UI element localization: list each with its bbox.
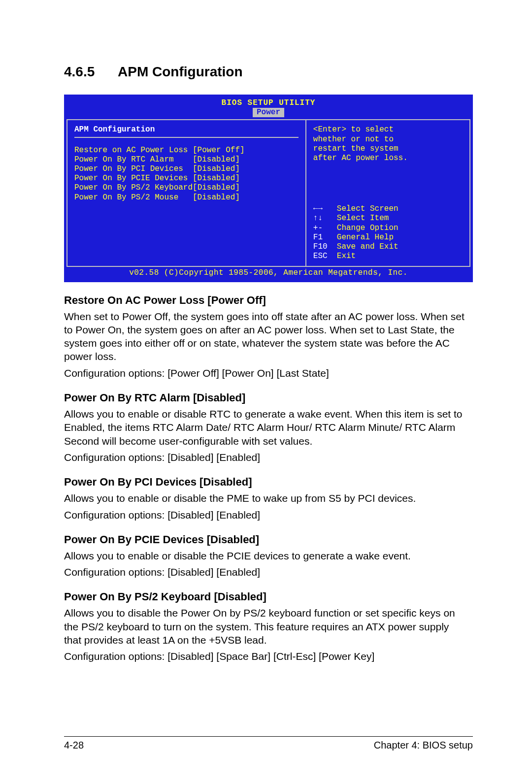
bios-active-tab[interactable]: Power (253, 108, 284, 117)
bios-option-value: [Disabled] (193, 193, 240, 202)
doc-section: Power On By PCI Devices [Disabled]Allows… (64, 476, 468, 522)
bios-option-label: Power On By RTC Alarm (74, 155, 193, 164)
bios-legend-row: ↑↓Select Item (313, 214, 463, 223)
bios-option-label: Restore on AC Power Loss (74, 146, 193, 155)
bios-legend-row: ESCExit (313, 252, 463, 261)
section-number: 4.6.5 (64, 64, 95, 80)
bios-key-legend: ←→Select Screen↑↓Select Item+-Change Opt… (313, 204, 463, 261)
bios-legend-action: Select Item (337, 214, 389, 223)
doc-paragraph: Allows you to enable or disable the PME … (64, 491, 468, 505)
doc-section: Power On By PCIE Devices [Disabled]Allow… (64, 533, 468, 579)
doc-paragraph: Configuration options: [Power Off] [Powe… (64, 366, 468, 380)
doc-paragraph: Configuration options: [Disabled] [Enabl… (64, 565, 468, 579)
bios-legend-row: F1General Help (313, 233, 463, 242)
bios-legend-row: +-Change Option (313, 224, 463, 233)
bios-section-title: APM Configuration (74, 125, 299, 134)
bios-option-value: [Power Off] (193, 146, 245, 155)
bios-option-row[interactable]: Power On By PS/2 Keyboard[Disabled] (74, 183, 299, 193)
doc-paragraph: Allows you to enable or disable RTC to g… (64, 407, 468, 448)
bios-legend-action: Change Option (337, 224, 399, 233)
bios-option-row[interactable]: Power On By PCI Devices[Disabled] (74, 164, 299, 174)
bios-help-text: <Enter> to select whether or not to rest… (313, 125, 463, 163)
bios-legend-action: Select Screen (337, 204, 399, 214)
doc-section-title: Power On By RTC Alarm [Disabled] (64, 392, 468, 404)
bios-legend-row: ←→Select Screen (313, 204, 463, 214)
bios-screenshot: BIOS SETUP UTILITY Power APM Configurati… (64, 95, 473, 282)
bios-option-value: [Disabled] (193, 183, 240, 193)
bios-legend-action: General Help (337, 233, 394, 242)
doc-paragraph: Allows you to enable or disable the PCIE… (64, 549, 468, 562)
bios-option-label: Power On By PCI Devices (74, 164, 193, 174)
doc-section: Power On By RTC Alarm [Disabled]Allows y… (64, 392, 468, 464)
bios-option-value: [Disabled] (193, 155, 240, 164)
bios-legend-key: +- (313, 224, 337, 233)
doc-paragraph: Configuration options: [Disabled] [Enabl… (64, 508, 468, 522)
doc-section: Restore On AC Power Loss [Power Off]When… (64, 294, 468, 380)
bios-legend-action: Save and Exit (337, 242, 399, 252)
doc-paragraph: When set to Power Off, the system goes i… (64, 310, 468, 363)
bios-left-pane: APM Configuration Restore on AC Power Lo… (66, 119, 306, 267)
doc-section-title: Power On By PS/2 Keyboard [Disabled] (64, 590, 468, 603)
section-heading: 4.6.5 APM Configuration (64, 64, 473, 80)
doc-section-title: Restore On AC Power Loss [Power Off] (64, 294, 468, 307)
bios-option-row[interactable]: Power On By RTC Alarm[Disabled] (74, 155, 299, 164)
bios-copyright: v02.58 (C)Copyright 1985-2006, American … (66, 267, 470, 279)
doc-paragraph: Allows you to disable the Power On by PS… (64, 606, 468, 647)
bios-option-row[interactable]: Restore on AC Power Loss[Power Off] (74, 146, 299, 155)
doc-paragraph: Configuration options: [Disabled] [Enabl… (64, 451, 468, 464)
bios-option-label: Power On By PCIE Devices (74, 174, 193, 183)
bios-legend-key: F10 (313, 242, 337, 252)
doc-section-title: Power On By PCI Devices [Disabled] (64, 476, 468, 489)
bios-legend-key: ESC (313, 252, 337, 261)
bios-option-row[interactable]: Power On By PS/2 Mouse[Disabled] (74, 193, 299, 202)
page-number: 4-28 (64, 740, 84, 751)
section-title: APM Configuration (118, 64, 243, 79)
manual-page: 4.6.5 APM Configuration BIOS SETUP UTILI… (0, 0, 532, 783)
bios-legend-key: ←→ (313, 204, 337, 214)
bios-option-label: Power On By PS/2 Keyboard (74, 183, 193, 193)
bios-title: BIOS SETUP UTILITY (66, 97, 470, 108)
bios-option-row[interactable]: Power On By PCIE Devices[Disabled] (74, 174, 299, 183)
bios-legend-key: F1 (313, 233, 337, 242)
bios-right-pane: <Enter> to select whether or not to rest… (306, 119, 470, 267)
doc-paragraph: Configuration options: [Disabled] [Space… (64, 650, 468, 663)
page-footer: 4-28 Chapter 4: BIOS setup (64, 736, 473, 751)
bios-option-label: Power On By PS/2 Mouse (74, 193, 193, 202)
doc-section-title: Power On By PCIE Devices [Disabled] (64, 533, 468, 546)
bios-option-value: [Disabled] (193, 174, 240, 183)
bios-legend-action: Exit (337, 252, 356, 261)
bios-legend-key: ↑↓ (313, 214, 337, 223)
doc-section: Power On By PS/2 Keyboard [Disabled]Allo… (64, 590, 468, 663)
bios-option-value: [Disabled] (193, 164, 240, 174)
bios-tab-row: Power (66, 108, 470, 119)
chapter-label: Chapter 4: BIOS setup (374, 740, 473, 751)
bios-legend-row: F10Save and Exit (313, 242, 463, 252)
